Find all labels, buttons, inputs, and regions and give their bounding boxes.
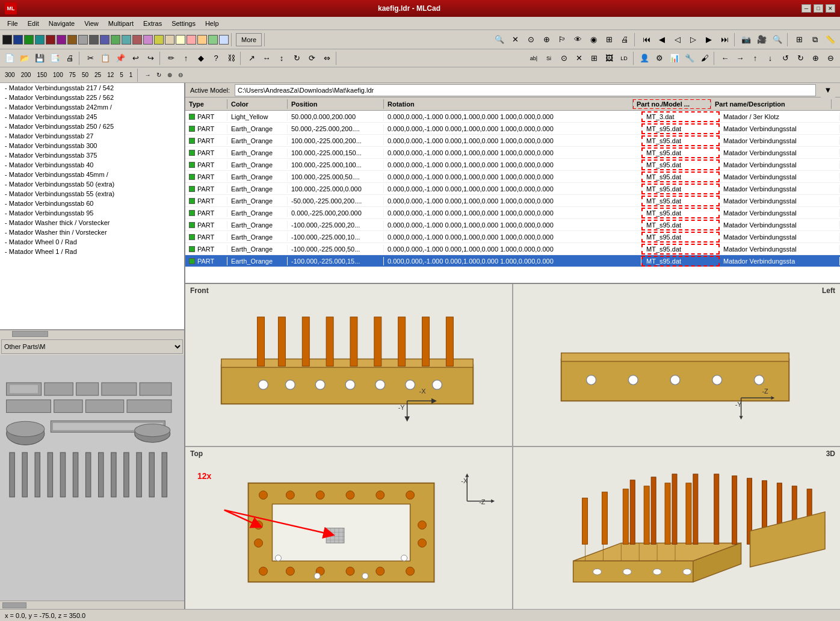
menu-item-multipart[interactable]: Multipart — [103, 19, 138, 28]
fwd-icon[interactable]: ▷ — [686, 32, 700, 47]
parts-list-item[interactable]: - Matador Verbindungsstab 225 / 562 — [0, 93, 184, 102]
num-150[interactable]: 150 — [34, 70, 49, 79]
help-icon[interactable]: ? — [209, 51, 223, 66]
color-swatch-pink[interactable] — [187, 35, 196, 45]
num-25[interactable]: 25 — [92, 70, 103, 79]
win2-icon[interactable]: ⧉ — [808, 32, 822, 47]
menu-item-view[interactable]: View — [79, 19, 103, 28]
num-200[interactable]: 200 — [19, 70, 34, 79]
color-swatch-mint[interactable] — [208, 35, 218, 45]
cross-icon[interactable]: ⊕ — [539, 32, 554, 47]
table-row[interactable]: PARTEarth_Orange-100.000,-225.000,10...0… — [185, 231, 840, 243]
cam2-icon[interactable]: 🎥 — [755, 32, 769, 47]
color-swatch-red[interactable] — [46, 35, 55, 45]
parts-list-item[interactable]: - Matador Verbindungsstab 95 — [0, 208, 184, 218]
menu-item-edit[interactable]: Edit — [23, 19, 44, 28]
maximize-button[interactable]: □ — [814, 4, 823, 13]
color-swatch-lyellow[interactable] — [176, 35, 185, 45]
table-body[interactable]: PARTLight_Yellow50.000,0.000,200.0000.00… — [185, 111, 840, 283]
grid2-icon[interactable]: ⊞ — [587, 51, 601, 66]
color-swatch-brown[interactable] — [67, 35, 77, 45]
eye-icon[interactable]: 👁 — [570, 32, 585, 47]
parts-list-item[interactable]: - Matador Washer thick / Vorstecker — [0, 218, 184, 227]
parts-list-item[interactable]: - Matador Verbindungsstab 217 / 542 — [0, 83, 184, 93]
table-row[interactable]: PARTEarth_Orange100.000,-225.000,0.0000.… — [185, 183, 840, 195]
color-swatch-sky[interactable] — [219, 35, 229, 45]
rot-icon[interactable]: ↻ — [289, 51, 304, 66]
parts-list-item[interactable]: - Matador Verbindungsstab 60 — [0, 199, 184, 208]
ldraw-icon[interactable]: LD — [617, 51, 631, 66]
rotate-btn[interactable]: ↻ — [154, 70, 164, 79]
color-swatch-green[interactable] — [24, 35, 34, 45]
zoom-out-btn[interactable]: ⊖ — [176, 70, 185, 79]
gear2-icon[interactable]: ⚙ — [652, 51, 667, 66]
color-swatch-tan[interactable] — [165, 35, 174, 45]
preview-hscroll[interactable] — [0, 601, 184, 609]
flag-icon[interactable]: 🏳 — [555, 32, 569, 47]
more-button[interactable]: More — [236, 33, 262, 46]
color-swatch-salmon[interactable] — [132, 35, 142, 45]
print-icon[interactable]: 🖨 — [617, 32, 632, 47]
print2-icon[interactable]: 🖨 — [63, 51, 77, 66]
save-icon[interactable]: 💾 — [32, 51, 47, 66]
minimize-button[interactable]: ─ — [801, 4, 811, 13]
category-select[interactable]: Other Parts\M — [1, 339, 183, 354]
next-icon[interactable]: ⏭ — [717, 32, 732, 47]
ruler-icon[interactable]: 📏 — [823, 32, 838, 47]
chain-icon[interactable]: ⛓ — [224, 51, 238, 66]
table-row[interactable]: PARTEarth_Orange50.000,-225.000,200....0… — [185, 123, 840, 135]
move2-icon[interactable]: ↔ — [259, 51, 274, 66]
circle-icon[interactable]: ⊙ — [523, 32, 538, 47]
arrow-right-btn[interactable]: → — [142, 70, 153, 79]
parts-list-item[interactable]: - Matador Verbindungsstab 27 — [0, 131, 184, 141]
undo-icon[interactable]: ↩ — [128, 51, 143, 66]
pencil-icon[interactable]: ✏ — [164, 51, 178, 66]
prev-icon[interactable]: ⏮ — [639, 32, 653, 47]
num-50[interactable]: 50 — [79, 70, 91, 79]
mirror-icon[interactable]: ⇔ — [320, 51, 334, 66]
num-1[interactable]: 1 — [127, 70, 135, 79]
color-swatch-dgray[interactable] — [89, 35, 99, 45]
rot3-icon[interactable]: ↺ — [778, 51, 792, 66]
parts-list-item[interactable]: - Matador Wheel 0 / Rad — [0, 237, 184, 247]
color-swatch-yellow[interactable] — [154, 35, 164, 45]
table-row[interactable]: PARTEarth_Orange100.000,-225.000,200...0… — [185, 135, 840, 147]
menu-item-settings[interactable]: Settings — [167, 19, 200, 28]
x-icon[interactable]: ✕ — [572, 51, 586, 66]
graph-icon[interactable]: 📊 — [667, 51, 682, 66]
color-swatch-blue[interactable] — [13, 35, 23, 45]
color-swatch-gray[interactable] — [78, 35, 88, 45]
color-swatch-cyan[interactable] — [122, 35, 131, 45]
rot2-icon[interactable]: ⟳ — [304, 51, 319, 66]
table-row[interactable]: PARTEarth_Orange-100.000,-225.000,20...0… — [185, 219, 840, 231]
num-5[interactable]: 5 — [117, 70, 126, 79]
parts-list-hscroll[interactable] — [0, 330, 184, 338]
brush-icon[interactable]: 🖌 — [697, 51, 712, 66]
fwd2-icon[interactable]: ▶ — [702, 32, 716, 47]
zoom-icon[interactable]: 🔍 — [770, 32, 785, 47]
eye2-icon[interactable]: ◉ — [586, 32, 601, 47]
zoom3-icon[interactable]: ⊖ — [823, 51, 838, 66]
num-12[interactable]: 12 — [105, 70, 116, 79]
num-300[interactable]: 300 — [2, 70, 17, 79]
redo-icon[interactable]: ↪ — [143, 51, 158, 66]
color-swatch-black[interactable] — [2, 35, 12, 45]
parts-list[interactable]: - Matador Verbindungsstab 217 / 542- Mat… — [0, 83, 184, 330]
select-icon[interactable]: 🔍 — [492, 32, 507, 47]
Si-icon[interactable]: Si — [542, 51, 556, 66]
active-model-dropdown[interactable]: ▼ — [821, 83, 835, 97]
circle2-icon[interactable]: ⊙ — [557, 51, 571, 66]
arr4-icon[interactable]: ↓ — [763, 51, 777, 66]
copy-icon[interactable]: 📋 — [98, 51, 113, 66]
saveas-icon[interactable]: 📑 — [48, 51, 62, 66]
parts-list-item[interactable]: - Matador Verbindungsstab 250 / 625 — [0, 122, 184, 131]
parts-list-item[interactable]: - Matador Verbindungsstab 40 — [0, 160, 184, 170]
parts-list-item[interactable]: - Matador Verbindungsstab 50 (extra) — [0, 179, 184, 189]
table-row[interactable]: PARTEarth_Orange0.000,-225.000,200.0000.… — [185, 207, 840, 219]
table-row[interactable]: PARTEarth_Orange100.000,-225.000,150...0… — [185, 147, 840, 159]
color-swatch-teal[interactable] — [35, 35, 45, 45]
table-row[interactable]: PARTLight_Yellow50.000,0.000,200.0000.00… — [185, 111, 840, 123]
move3-icon[interactable]: ↕ — [274, 51, 289, 66]
table-row[interactable]: PARTEarth_Orange100.000,-225.000,100...0… — [185, 159, 840, 171]
color-swatch-peach[interactable] — [197, 35, 207, 45]
